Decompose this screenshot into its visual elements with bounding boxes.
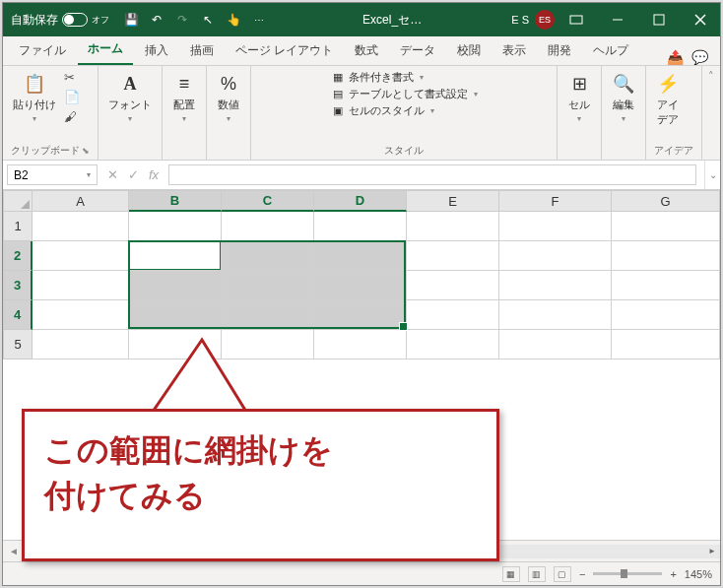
avatar[interactable]: ES [535,10,555,30]
cell[interactable] [499,300,612,330]
column-header[interactable]: A [33,190,129,212]
cell[interactable] [129,271,222,300]
cell[interactable] [33,212,129,241]
column-header[interactable]: D [314,190,407,212]
cell[interactable] [222,212,314,241]
paste-button[interactable]: 📋 貼り付け ▾ [11,70,58,125]
page-break-view-icon[interactable]: ▢ [554,566,571,582]
cell[interactable] [222,271,314,300]
cell[interactable] [612,330,720,359]
touch-icon[interactable]: 👆 [226,12,241,28]
zoom-in-icon[interactable]: + [670,568,676,580]
cell[interactable] [314,271,407,300]
tab-help[interactable]: ヘルプ [583,36,638,65]
page-layout-view-icon[interactable]: ▥ [528,566,546,582]
normal-view-icon[interactable]: ▦ [502,566,520,582]
ribbon-display-icon[interactable] [557,3,596,36]
cell[interactable] [33,241,129,271]
column-header[interactable]: C [222,190,314,212]
save-icon[interactable]: 💾 [123,12,139,28]
cell[interactable] [314,212,407,241]
cell[interactable] [499,212,612,241]
cell[interactable] [129,300,222,330]
cells-button[interactable]: ⊞ セル ▾ [565,70,593,125]
row-header[interactable]: 2 [3,241,33,271]
zoom-value[interactable]: 145% [685,568,712,580]
close-icon[interactable] [681,3,720,36]
cell[interactable] [129,212,222,241]
tab-file[interactable]: ファイル [9,36,76,65]
tab-view[interactable]: 表示 [493,36,536,65]
ideas-button[interactable]: ⚡ アイ デア [654,70,682,129]
tab-draw[interactable]: 描画 [180,36,224,65]
dialog-launcher-icon[interactable]: ⬊ [82,146,90,156]
scroll-right-icon[interactable]: ► [704,545,720,558]
alignment-button[interactable]: ≡ 配置 ▾ [170,70,198,125]
expand-formula-icon[interactable]: ⌄ [704,161,720,189]
formula-input[interactable] [168,164,696,185]
row-header[interactable]: 1 [3,212,33,241]
cell[interactable] [33,300,129,330]
cell[interactable] [314,300,407,330]
fx-icon[interactable]: fx [149,167,159,182]
undo-icon[interactable]: ↶ [149,12,164,28]
name-box[interactable]: B2 ▾ [7,164,98,185]
maximize-icon[interactable] [639,3,679,36]
redo-icon[interactable]: ↷ [174,12,190,28]
zoom-out-icon[interactable]: − [579,568,585,580]
column-header[interactable]: E [407,190,499,212]
tab-review[interactable]: 校閲 [447,36,491,65]
zoom-slider[interactable] [593,572,662,575]
column-header[interactable]: G [612,190,720,212]
tab-home[interactable]: ホーム [78,34,133,65]
conditional-format-button[interactable]: ▦ 条件付き書式▾ [331,70,478,85]
cancel-icon[interactable]: ✕ [107,167,118,182]
cell[interactable] [314,330,407,359]
cell[interactable] [499,330,612,359]
collapse-ribbon-icon[interactable]: ˄ [702,66,720,160]
cell[interactable] [499,271,612,300]
cell[interactable] [612,300,720,330]
row-header[interactable]: 5 [3,330,33,359]
confirm-icon[interactable]: ✓ [128,167,139,182]
editing-button[interactable]: 🔍 編集 ▾ [610,70,637,125]
share-icon[interactable]: 📤 [667,49,684,65]
cell[interactable] [407,241,499,271]
sheet-prev-icon[interactable]: ◄ [9,546,19,556]
cell[interactable] [33,330,129,359]
cell[interactable] [499,241,612,271]
tab-page-layout[interactable]: ページ レイアウト [226,36,343,65]
copy-icon[interactable]: 📄 [64,90,80,105]
select-all-corner[interactable] [3,190,33,212]
column-header[interactable]: B [129,190,222,212]
number-button[interactable]: % 数値 ▾ [215,70,242,125]
cell[interactable] [222,241,314,271]
cell[interactable] [129,241,222,271]
column-header[interactable]: F [499,190,612,212]
row-header[interactable]: 3 [3,271,33,300]
autosave-toggle[interactable]: 自動保存 オフ [3,12,117,29]
cell[interactable] [407,300,499,330]
cursor-icon[interactable]: ↖ [200,12,216,28]
cut-icon[interactable]: ✂ [64,70,80,86]
minimize-icon[interactable] [598,3,637,36]
cell[interactable] [33,271,129,300]
cell[interactable] [407,330,499,359]
cell[interactable] [222,300,314,330]
cell[interactable] [612,241,720,271]
cell[interactable] [407,271,499,300]
comments-icon[interactable]: 💬 [691,49,708,65]
overflow-icon[interactable]: ⋯ [251,12,267,28]
tab-formulas[interactable]: 数式 [345,36,388,65]
cell[interactable] [314,241,407,271]
font-button[interactable]: A フォント ▾ [106,70,154,125]
table-format-button[interactable]: ▤ テーブルとして書式設定▾ [331,87,478,101]
format-painter-icon[interactable]: 🖌 [64,109,80,125]
cell[interactable] [407,212,499,241]
cell-styles-button[interactable]: ▣ セルのスタイル▾ [331,103,478,118]
chevron-down-icon[interactable]: ▾ [87,170,91,179]
cell[interactable] [612,212,720,241]
cell[interactable] [612,271,720,300]
tab-insert[interactable]: 挿入 [135,36,178,65]
tab-developer[interactable]: 開発 [538,36,581,65]
